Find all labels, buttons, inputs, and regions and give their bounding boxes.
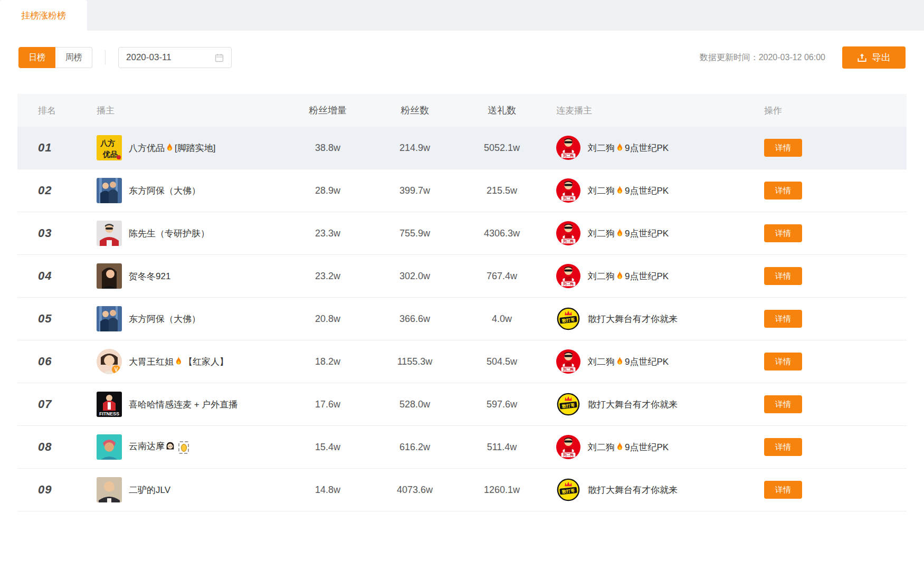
period-toggle: 日榜 周榜 [18, 47, 92, 68]
table-row: 09 二驴的JLV 14.8w 4073.6w 1260.1w 散打哥 散打大舞… [17, 469, 907, 511]
costream-name[interactable]: 刘二狗9点世纪PK [588, 142, 669, 154]
broadcaster-name[interactable]: 陈先生（专研护肤） [129, 227, 209, 240]
detail-button[interactable]: 详情 [764, 224, 802, 242]
fan-count-value: 755.9w [399, 228, 430, 239]
detail-button[interactable]: 详情 [764, 310, 802, 328]
gift-count-value: 1260.1w [484, 484, 520, 495]
fan-count-value: 528.0w [399, 399, 430, 410]
costream-avatar[interactable]: 刘二狗 [556, 264, 580, 288]
fan-increase-value: 17.6w [315, 399, 340, 410]
detail-button[interactable]: 详情 [764, 353, 802, 370]
costream-name[interactable]: 散打大舞台有才你就来 [588, 398, 678, 411]
costream-avatar[interactable]: 刘二狗 [556, 136, 580, 160]
header-rank: 排名 [17, 104, 80, 117]
svg-text:刘二狗: 刘二狗 [563, 282, 574, 286]
costream-name[interactable]: 散打大舞台有才你就来 [588, 484, 678, 496]
gift-count-value: 504.5w [487, 356, 517, 367]
header-costream-broadcaster: 连麦播主 [547, 104, 748, 117]
table-header-row: 排名 播主 粉丝增量 粉丝数 送礼数 连麦播主 操作 [17, 94, 907, 127]
costream-name[interactable]: 刘二狗9点世纪PK [588, 227, 669, 240]
broadcaster-avatar[interactable] [97, 178, 122, 203]
costream-name[interactable]: 刘二狗9点世纪PK [588, 185, 669, 197]
broadcaster-avatar[interactable] [97, 306, 122, 331]
broadcaster-avatar[interactable] [97, 221, 122, 246]
svg-text:FITNESS: FITNESS [99, 411, 119, 416]
broadcaster-avatar[interactable]: FITNESS [97, 392, 122, 417]
header-gift-count: 送礼数 [457, 104, 547, 117]
detail-button[interactable]: 详情 [764, 182, 802, 200]
fan-count-value: 4073.6w [397, 484, 433, 495]
svg-text:优品: 优品 [102, 150, 118, 158]
table-row: 07 FITNESS 喜哈哈情感连麦 + 户外直播 17.6w 528.0w 5… [17, 383, 907, 426]
costream-avatar[interactable]: 刘二狗 [556, 349, 580, 374]
table-body: 01 八方优品 八方优品[脚踏实地] 38.8w 214.9w 5052.1w … [17, 127, 907, 511]
costream-name[interactable]: 散打大舞台有才你就来 [588, 313, 678, 325]
broadcaster-avatar[interactable] [97, 263, 122, 289]
calendar-icon[interactable] [215, 53, 224, 62]
broadcaster-name[interactable]: 云南达摩 [129, 440, 189, 454]
rank-label: 07 [38, 397, 52, 411]
unrenderable-emoji-placeholder [178, 441, 189, 454]
gift-count-value: 767.4w [487, 271, 517, 281]
detail-button[interactable]: 详情 [764, 395, 802, 413]
table-row: 01 八方优品 八方优品[脚踏实地] 38.8w 214.9w 5052.1w … [17, 127, 907, 169]
gift-count-value: 4.0w [492, 314, 512, 324]
costream-avatar[interactable]: 散打哥 [556, 307, 580, 331]
controls-bar: 日榜 周榜 数据更新时间：2020-03-12 06:00 导出 [18, 46, 906, 69]
detail-button[interactable]: 详情 [764, 267, 802, 285]
costream-avatar[interactable]: 刘二狗 [556, 435, 580, 459]
broadcaster-name[interactable]: 东方阿保（大佛） [129, 313, 201, 325]
upload-icon [857, 53, 867, 63]
broadcaster-name[interactable]: 贺冬冬921 [129, 270, 170, 282]
svg-text:刘二狗: 刘二狗 [563, 453, 574, 457]
costream-name[interactable]: 刘二狗9点世纪PK [588, 270, 669, 282]
costream-avatar[interactable]: 散打哥 [556, 392, 580, 416]
weekly-tab-button[interactable]: 周榜 [55, 47, 92, 68]
table-row: 02 东方阿保（大佛） 28.9w 399.7w 215.5w 刘二狗 刘二狗9… [17, 169, 907, 212]
detail-button[interactable]: 详情 [764, 139, 802, 157]
tab-fan-growth-board[interactable]: 挂榜涨粉榜 [0, 0, 87, 31]
rank-label: 09 [38, 483, 52, 496]
daily-tab-button[interactable]: 日榜 [18, 47, 55, 68]
header-fan-increase: 粉丝增量 [283, 104, 373, 117]
svg-text:刘二狗: 刘二狗 [563, 196, 574, 201]
rank-label: 05 [38, 312, 52, 325]
fan-increase-value: 23.2w [315, 271, 340, 281]
detail-button[interactable]: 详情 [764, 481, 802, 499]
costream-name[interactable]: 刘二狗9点世纪PK [588, 441, 669, 453]
svg-text:刘二狗: 刘二狗 [563, 367, 574, 372]
gift-count-value: 5052.1w [484, 142, 520, 153]
date-picker[interactable] [118, 47, 232, 68]
date-input[interactable] [126, 52, 211, 63]
fan-increase-value: 18.2w [315, 356, 340, 367]
costream-avatar[interactable]: 刘二狗 [556, 178, 580, 203]
fan-increase-value: 38.8w [315, 142, 340, 153]
broadcaster-avatar[interactable]: 八方优品 [97, 135, 122, 160]
rank-label: 06 [38, 355, 52, 368]
rank-label: 03 [38, 226, 52, 240]
broadcaster-avatar[interactable]: V [97, 349, 122, 374]
fan-increase-value: 15.4w [315, 442, 340, 452]
table-row: 04 贺冬冬921 23.2w 302.0w 767.4w 刘二狗 刘二狗9点世… [17, 255, 907, 298]
broadcaster-name[interactable]: 二驴的JLV [129, 484, 170, 496]
header-fan-count: 粉丝数 [373, 104, 457, 117]
svg-text:V: V [115, 367, 118, 373]
export-button[interactable]: 导出 [842, 46, 906, 69]
costream-avatar[interactable]: 散打哥 [556, 478, 580, 502]
detail-button[interactable]: 详情 [764, 438, 802, 456]
costream-avatar[interactable]: 刘二狗 [556, 221, 580, 245]
broadcaster-name[interactable]: 大胃王红姐【红家人】 [129, 356, 228, 368]
broadcaster-name[interactable]: 东方阿保（大佛） [129, 185, 201, 197]
fan-count-value: 616.2w [399, 442, 430, 452]
broadcaster-name[interactable]: 八方优品[脚踏实地] [129, 142, 215, 154]
table-row: 08 云南达摩 15.4w 616.2w 511.4w 刘二狗 刘二狗9点世纪P… [17, 426, 907, 469]
rank-label: 01 [38, 141, 52, 154]
header-broadcaster: 播主 [80, 104, 283, 117]
gift-count-value: 597.6w [487, 399, 517, 410]
broadcaster-name[interactable]: 喜哈哈情感连麦 + 户外直播 [129, 398, 237, 411]
rank-label: 08 [38, 440, 52, 453]
costream-name[interactable]: 刘二狗9点世纪PK [588, 356, 669, 368]
broadcaster-avatar[interactable] [97, 434, 122, 460]
broadcaster-avatar[interactable] [97, 477, 122, 502]
fan-increase-value: 20.8w [315, 314, 340, 324]
